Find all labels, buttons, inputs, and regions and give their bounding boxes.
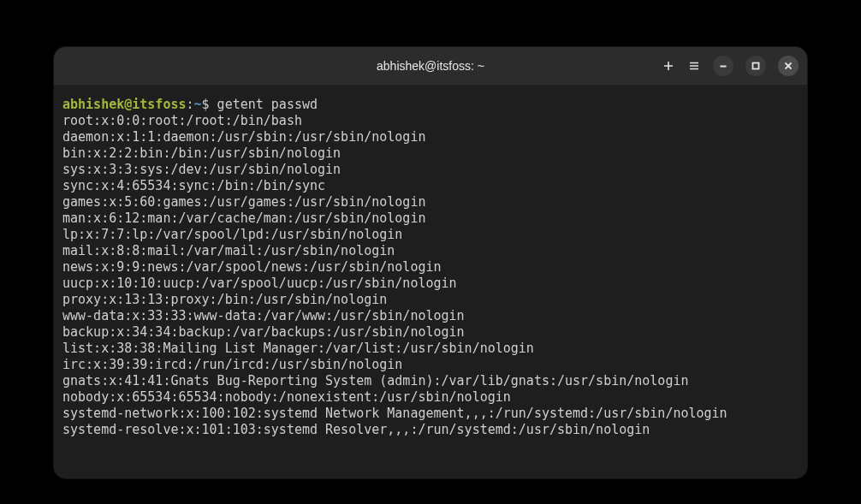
prompt-colon: : <box>187 97 194 112</box>
output-line: nobody:x:65534:65534:nobody:/nonexistent… <box>62 389 799 406</box>
output-line: backup:x:34:34:backup:/var/backups:/usr/… <box>62 324 799 341</box>
terminal-window: abhishek@itsfoss: ~ abhishek@itsfoss:~$ … <box>54 47 807 478</box>
close-button[interactable] <box>778 56 799 76</box>
output-line: bin:x:2:2:bin:/bin:/usr/sbin/nologin <box>62 145 799 162</box>
output-line: lp:x:7:7:lp:/var/spool/lpd:/usr/sbin/nol… <box>62 227 799 243</box>
output-line: games:x:5:60:games:/usr/games:/usr/sbin/… <box>62 194 799 210</box>
output-container: root:x:0:0:root:/root:/bin/bashdaemon:x:… <box>62 113 799 438</box>
titlebar: abhishek@itsfoss: ~ <box>54 47 807 85</box>
prompt-symbol: $ <box>202 97 210 112</box>
output-line: uucp:x:10:10:uucp:/var/spool/uucp:/usr/s… <box>62 276 799 292</box>
output-line: news:x:9:9:news:/var/spool/news:/usr/sbi… <box>62 259 799 276</box>
close-icon <box>784 62 793 70</box>
command-text: getent passwd <box>210 97 318 112</box>
prompt-line: abhishek@itsfoss:~$ getent passwd <box>62 97 799 113</box>
output-line: irc:x:39:39:ircd:/run/ircd:/usr/sbin/nol… <box>62 357 799 373</box>
hamburger-icon <box>688 60 700 72</box>
new-tab-button[interactable] <box>662 59 675 73</box>
svg-rect-0 <box>753 63 759 69</box>
minimize-button[interactable] <box>713 56 733 76</box>
output-line: mail:x:8:8:mail:/var/mail:/usr/sbin/nolo… <box>62 243 799 259</box>
minimize-icon <box>719 62 727 70</box>
prompt-path: ~ <box>194 97 202 112</box>
output-line: list:x:38:38:Mailing List Manager:/var/l… <box>62 341 799 357</box>
output-line: gnats:x:41:41:Gnats Bug-Reporting System… <box>62 373 799 389</box>
prompt-user-host: abhishek@itsfoss <box>62 97 187 112</box>
maximize-button[interactable] <box>745 56 766 76</box>
output-line: systemd-resolve:x:101:103:systemd Resolv… <box>62 422 799 438</box>
output-line: root:x:0:0:root:/root:/bin/bash <box>62 113 799 129</box>
output-line: sys:x:3:3:sys:/dev:/usr/sbin/nologin <box>62 162 799 178</box>
output-line: proxy:x:13:13:proxy:/bin:/usr/sbin/nolog… <box>62 292 799 308</box>
plus-icon <box>662 60 674 72</box>
output-line: man:x:6:12:man:/var/cache/man:/usr/sbin/… <box>62 210 799 227</box>
terminal-body[interactable]: abhishek@itsfoss:~$ getent passwd root:x… <box>54 85 807 478</box>
menu-button[interactable] <box>687 59 701 73</box>
output-line: systemd-network:x:100:102:systemd Networ… <box>62 406 799 422</box>
output-line: www-data:x:33:33:www-data:/var/www:/usr/… <box>62 308 799 324</box>
maximize-icon <box>751 62 760 70</box>
output-line: sync:x:4:65534:sync:/bin:/bin/sync <box>62 178 799 194</box>
output-line: daemon:x:1:1:daemon:/usr/sbin:/usr/sbin/… <box>62 129 799 145</box>
